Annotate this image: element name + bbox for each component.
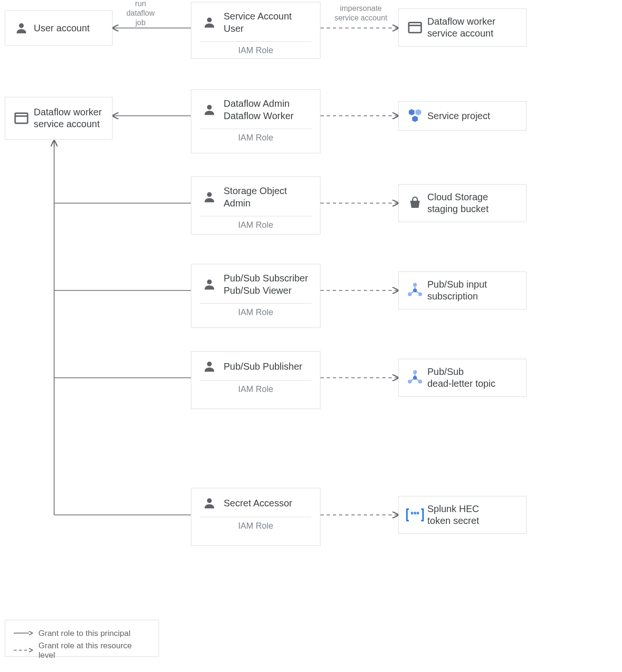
svg-point-14 [19,23,24,28]
edge-label-run-dataflow-job: run dataflow job [117,0,164,28]
role-title: Service Account User [219,10,311,35]
role-subtitle: IAM Role [200,521,311,532]
user-icon [200,15,219,29]
svg-point-38 [413,370,417,374]
role-subtitle: IAM Role [200,46,311,56]
node-label: Splunk HEC token secret [424,503,479,527]
role-subtitle: IAM Role [200,220,311,231]
legend-arrow-solid-icon [14,629,33,638]
pubsub-icon [405,370,424,385]
legend: Grant role to this principal Grant role … [5,620,159,657]
node-label: User account [31,22,90,34]
diagram-canvas: run dataflow job impersonate service acc… [0,0,622,672]
user-icon [12,21,31,35]
role-pubsub-publisher: Pub/Sub Publisher IAM Role [191,351,320,409]
role-dataflow-admin-worker: Dataflow Admin Dataflow Worker IAM Role [191,89,320,153]
svg-point-24 [207,192,212,197]
node-dataflow-worker-sa-left: Dataflow worker service account [5,97,113,140]
role-subtitle: IAM Role [200,133,311,144]
role-pubsub-sub-viewer: Pub/Sub Subscriber Pub/Sub Viewer IAM Ro… [191,264,320,328]
user-icon [200,190,219,204]
role-title: Pub/Sub Subscriber Pub/Sub Viewer [219,272,308,297]
user-icon [200,496,219,510]
svg-point-25 [207,280,212,284]
legend-label: Grant role to this principal [38,629,131,638]
svg-marker-22 [415,109,421,115]
role-secret-accessor: Secret Accessor IAM Role [191,488,320,546]
svg-point-20 [207,105,212,110]
window-icon [12,112,31,124]
role-title: Pub/Sub Publisher [219,360,302,373]
bucket-icon [405,196,424,210]
svg-marker-23 [412,116,418,122]
window-icon [405,21,424,34]
user-icon [200,359,219,373]
legend-arrow-dashed-icon [14,646,33,655]
role-title: Secret Accessor [219,497,292,509]
legend-row-solid: Grant role to this principal [14,629,150,638]
svg-point-15 [207,18,212,22]
node-user-account: User account [5,10,113,46]
role-subtitle: IAM Role [200,384,311,395]
svg-point-30 [413,283,417,287]
node-pubsub-input: Pub/Sub input subscription [398,271,527,309]
legend-label: Grant role at this resource level [38,641,150,660]
svg-point-40 [418,380,422,383]
hex-project-icon [405,108,424,123]
role-subtitle: IAM Role [200,308,311,318]
svg-point-32 [418,292,422,296]
user-icon [200,103,219,117]
svg-rect-18 [15,113,28,123]
node-label: Pub/Sub dead-letter topic [424,366,495,390]
edge-label-impersonate-sa: impersonate service account [328,4,394,23]
legend-row-dashed: Grant role at this resource level [14,641,150,660]
svg-point-29 [413,289,417,292]
svg-point-37 [413,376,417,380]
node-dataflow-worker-sa-top: Dataflow worker service account [398,9,527,47]
svg-text:***: *** [411,511,420,519]
node-label: Dataflow worker service account [31,106,102,130]
svg-point-31 [408,292,412,296]
secret-icon: *** [405,508,424,522]
role-storage-object-admin: Storage Object Admin IAM Role [191,177,320,234]
svg-rect-16 [409,22,421,32]
node-label: Pub/Sub input subscription [424,279,487,302]
role-title: Storage Object Admin [219,185,311,209]
role-service-account-user: Service Account User IAM Role [191,2,320,59]
node-label: Dataflow worker service account [424,16,495,39]
svg-point-33 [207,362,212,366]
node-cloud-storage-bucket: Cloud Storage staging bucket [398,184,527,222]
node-splunk-secret: *** Splunk HEC token secret [398,496,527,534]
node-label: Service project [424,110,490,122]
svg-point-39 [408,380,412,383]
node-service-project: Service project [398,101,527,131]
node-pubsub-deadletter: Pub/Sub dead-letter topic [398,359,527,397]
pubsub-icon [405,283,424,298]
user-icon [200,277,219,291]
svg-marker-21 [409,109,415,115]
role-title: Dataflow Admin Dataflow Worker [219,97,293,122]
node-label: Cloud Storage staging bucket [424,191,489,215]
svg-point-41 [207,498,212,503]
